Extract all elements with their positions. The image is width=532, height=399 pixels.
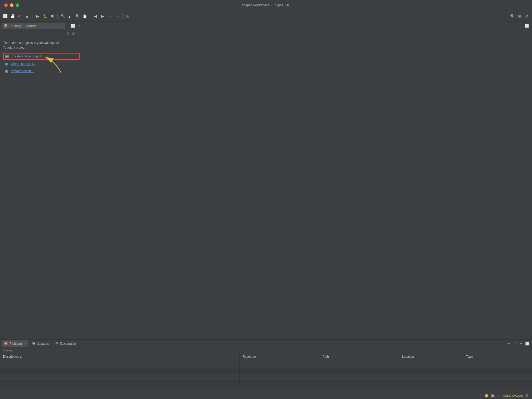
status-bar: ⋮ ⋮ 🔔 📚 🎓 CSDN @Asiced 🖥	[0, 392, 532, 399]
panel-close-btn[interactable]: ×	[77, 23, 81, 28]
problems-table: Description ▲ Resource Path Location Typ…	[0, 353, 532, 387]
import-projects-link[interactable]: Import projects...	[3, 68, 80, 74]
toolbar-search-btn[interactable]: 🔍	[74, 13, 81, 19]
declaration-tab-icon	[55, 341, 59, 346]
svg-rect-2	[7, 56, 9, 57]
javadoc-tab-label: Javadoc	[37, 342, 49, 345]
status-notifications-icon[interactable]: 🔔	[484, 394, 489, 397]
create-project-text: Create a project...	[11, 62, 36, 66]
status-learn-icon[interactable]: 🎓	[497, 394, 501, 397]
import-projects-icon	[4, 69, 9, 74]
table-row	[0, 381, 532, 387]
toolbar-search-global-btn[interactable]: 🔍	[509, 13, 515, 19]
items-count: 0 items	[0, 348, 532, 353]
bottom-minimize-btn[interactable]: −	[519, 341, 523, 346]
toolbar-misc-btn[interactable]: ⊕	[524, 13, 530, 19]
panel-toolbar: ⊟ ↺ ⋮	[0, 30, 83, 37]
svg-rect-8	[4, 342, 8, 345]
table-header-row: Description ▲ Resource Path Location Typ…	[0, 353, 532, 360]
package-explorer-icon: 📦	[4, 24, 8, 28]
status-left: ⋮	[3, 394, 6, 397]
create-java-project-text: Create a Java project	[11, 55, 41, 58]
toolbar-perspective-btn[interactable]: ⊞	[125, 13, 131, 19]
create-project-icon	[4, 62, 9, 66]
col-path[interactable]: Path	[319, 353, 399, 360]
toolbar-debug-btn[interactable]: 🐛	[42, 13, 48, 19]
editor-area	[83, 30, 532, 339]
svg-text:J: J	[6, 56, 7, 58]
toolbar-prev-btn[interactable]: ↩	[107, 13, 113, 19]
java-project-icon: J	[5, 54, 9, 59]
editor-header: − ⬜	[83, 22, 532, 30]
status-right: ⋮ 🔔 📚 🎓 CSDN @Asiced 🖥	[479, 394, 529, 397]
status-menu-icon[interactable]: ⋮	[3, 394, 6, 397]
problems-tab-label: Problems	[9, 342, 23, 345]
toolbar-forward-btn[interactable]: ▶	[99, 13, 106, 19]
declaration-tab-label: Declaration	[60, 342, 76, 345]
bottom-menu-btn[interactable]: ⋮	[513, 341, 518, 346]
col-resource[interactable]: Resource	[239, 353, 319, 360]
title-bar: eclipse-workspace - Eclipse IDE	[0, 0, 532, 10]
minimize-button[interactable]	[10, 3, 14, 7]
bottom-filter-btn[interactable]: ▼	[506, 341, 512, 346]
bottom-panel-controls: ▼ ⋮ − ⬜	[506, 341, 530, 346]
create-project-link[interactable]: Create a project...	[3, 61, 80, 67]
col-description[interactable]: Description ▲	[0, 353, 239, 360]
bottom-maximize-btn[interactable]: ⬜	[524, 341, 530, 346]
toolbar-next-btn[interactable]: ↪	[114, 13, 120, 19]
toolbar-save-btn[interactable]: 💾	[9, 13, 16, 19]
bottom-panel: ! Problems × @ Javadoc	[0, 339, 532, 399]
col-location[interactable]: Location	[399, 353, 463, 360]
status-books-icon[interactable]: 📚	[491, 394, 495, 397]
layout: 📦 Package Explorer − ⬜ × ⊟ ↺ ⋮ There are…	[0, 22, 532, 399]
status-menu2-icon[interactable]: ⋮	[479, 394, 482, 397]
no-projects-message: There are no projects in your workspace.…	[3, 41, 80, 50]
declaration-tab[interactable]: Declaration	[52, 340, 79, 347]
panel-maximize-btn[interactable]: ⬜	[70, 23, 76, 28]
left-panel: 📦 Package Explorer − ⬜ × ⊟ ↺ ⋮ There are…	[0, 22, 83, 339]
toolbar-sep4	[122, 14, 123, 19]
traffic-lights	[4, 3, 19, 7]
status-csdn-label: CSDN @Asiced	[503, 394, 523, 397]
toolbar-stop-btn[interactable]: ⏹	[49, 13, 55, 19]
main-area: 📦 Package Explorer − ⬜ × ⊟ ↺ ⋮ There are…	[0, 22, 532, 339]
status-display-icon[interactable]: 🖥	[526, 394, 529, 397]
bottom-panel-header: ! Problems × @ Javadoc	[0, 340, 532, 348]
right-panel: − ⬜	[83, 22, 532, 339]
maximize-button[interactable]	[16, 3, 19, 7]
toolbar-sep3	[90, 14, 90, 19]
table-row	[0, 374, 532, 381]
package-explorer-label: Package Explorer	[9, 24, 36, 28]
refresh-btn[interactable]: ↺	[71, 31, 76, 36]
panel-minimize-btn[interactable]: −	[65, 23, 69, 28]
javadoc-tab[interactable]: @ Javadoc	[29, 340, 51, 347]
table-row	[0, 367, 532, 374]
problems-tab-close[interactable]: ×	[24, 342, 26, 345]
toolbar-build-btn[interactable]: 🔨	[60, 13, 66, 19]
panel-content: There are no projects in your workspace.…	[0, 37, 83, 339]
svg-marker-4	[5, 63, 6, 63]
package-explorer-tab[interactable]: 📦 Package Explorer	[2, 23, 65, 29]
toolbar-sep2	[57, 14, 58, 19]
close-button[interactable]	[4, 3, 8, 7]
toolbar-new-btn[interactable]: ⬜	[2, 13, 8, 19]
toolbar-btn4[interactable]: 🖨	[24, 13, 30, 19]
toolbar-perspective2-btn[interactable]: ⊞	[516, 13, 523, 19]
window-title: eclipse-workspace - Eclipse IDE	[242, 3, 290, 7]
create-java-project-link[interactable]: J Create a Java project	[3, 53, 80, 60]
toolbar-clean-btn[interactable]: 🧹	[67, 13, 73, 19]
collapse-all-btn[interactable]: ⊟	[65, 31, 70, 36]
table-row	[0, 360, 532, 367]
col-type[interactable]: Type	[463, 353, 532, 360]
editor-maximize-btn[interactable]: ⬜	[524, 23, 530, 28]
toolbar-back-btn[interactable]: ◀	[92, 13, 98, 19]
view-menu-btn[interactable]: ⋮	[76, 31, 82, 36]
problems-tab-icon: !	[4, 341, 8, 346]
toolbar-sep1	[32, 14, 32, 19]
toolbar-task-btn[interactable]: 📋	[82, 13, 88, 19]
editor-minimize-btn[interactable]: −	[518, 23, 523, 28]
javadoc-tab-icon: @	[32, 341, 36, 346]
toolbar-btn3[interactable]: 🗂	[17, 13, 23, 19]
problems-tab[interactable]: ! Problems ×	[2, 340, 28, 347]
toolbar-run-btn[interactable]: ▶	[35, 13, 41, 19]
